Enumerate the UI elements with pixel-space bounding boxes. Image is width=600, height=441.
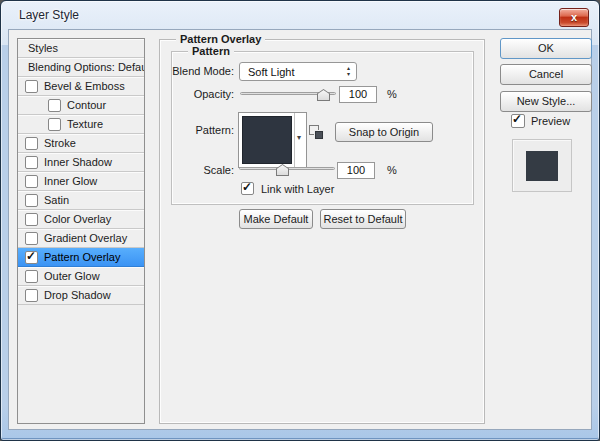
ok-button[interactable]: OK xyxy=(500,38,592,59)
snap-to-origin-button[interactable]: Snap to Origin xyxy=(335,122,433,142)
checkmark-icon: ✓ xyxy=(512,112,522,126)
scale-input[interactable]: 100 xyxy=(337,162,375,179)
sidebar-item-label: Color Overlay xyxy=(44,213,111,225)
sidebar-item-label: Pattern Overlay xyxy=(44,251,120,263)
layer-style-dialog: Layer Style x StylesBlending Options: De… xyxy=(0,0,600,441)
opacity-unit: % xyxy=(387,88,397,100)
preview-label: Preview xyxy=(531,115,570,127)
chevron-down-icon: ▾ xyxy=(297,133,301,142)
texture-checkbox[interactable] xyxy=(48,118,61,131)
checkmark-icon: ✓ xyxy=(26,249,36,263)
blend-mode-select[interactable]: Soft Light ▴▾ xyxy=(239,62,357,81)
sidebar-item-pattern-overlay[interactable]: ✓Pattern Overlay xyxy=(18,248,144,267)
pattern-dropdown[interactable]: ▾ xyxy=(294,113,306,167)
new-preset-icon[interactable] xyxy=(309,125,323,139)
checkmark-icon: ✓ xyxy=(242,180,252,194)
sidebar-item-satin[interactable]: Satin xyxy=(18,191,144,210)
pattern-label: Pattern: xyxy=(104,124,234,136)
spinner-icon: ▴▾ xyxy=(347,65,350,77)
opacity-input[interactable]: 100 xyxy=(339,86,377,103)
sidebar-item-gradient-overlay[interactable]: Gradient Overlay xyxy=(18,229,144,248)
sidebar-item-label: Satin xyxy=(44,194,69,206)
sidebar-item-styles[interactable]: Styles xyxy=(18,39,144,58)
gradient-overlay-checkbox[interactable] xyxy=(25,232,38,245)
window-title: Layer Style xyxy=(19,8,79,22)
pattern-swatch xyxy=(242,116,292,164)
sidebar-item-color-overlay[interactable]: Color Overlay xyxy=(18,210,144,229)
sidebar-item-label: Gradient Overlay xyxy=(44,232,127,244)
sidebar-item-label: Texture xyxy=(67,118,103,130)
close-icon[interactable]: x xyxy=(559,8,589,27)
preview-checkbox[interactable]: ✓ xyxy=(511,114,525,128)
sidebar-item-label: Contour xyxy=(67,99,106,111)
sidebar-item-label: Inner Shadow xyxy=(44,156,112,168)
sidebar-item-drop-shadow[interactable]: Drop Shadow xyxy=(18,286,144,305)
bevel-emboss-checkbox[interactable] xyxy=(25,80,38,93)
link-with-layer-checkbox[interactable]: ✓ xyxy=(241,182,254,195)
satin-checkbox[interactable] xyxy=(25,194,38,207)
drop-shadow-checkbox[interactable] xyxy=(25,289,38,302)
stroke-checkbox[interactable] xyxy=(25,137,38,150)
sidebar-item-label: Stroke xyxy=(44,137,76,149)
inner-glow-checkbox[interactable] xyxy=(25,175,38,188)
opacity-slider-thumb[interactable] xyxy=(317,89,330,101)
new-style-button[interactable]: New Style... xyxy=(500,91,592,112)
pattern-overlay-checkbox[interactable]: ✓ xyxy=(25,251,38,264)
scale-label: Scale: xyxy=(104,164,234,176)
inner-shadow-checkbox[interactable] xyxy=(25,156,38,169)
outer-glow-checkbox[interactable] xyxy=(25,270,38,283)
sidebar-item-label: Outer Glow xyxy=(44,270,100,282)
dialog-body: StylesBlending Options: DefaultBevel & E… xyxy=(8,29,592,430)
inner-group-title: Pattern xyxy=(188,45,234,58)
preview-swatch xyxy=(526,151,558,181)
pattern-picker[interactable]: ▾ xyxy=(238,112,307,168)
sidebar-item-label: Inner Glow xyxy=(44,175,97,187)
sidebar-item-label: Styles xyxy=(28,42,58,54)
cancel-button[interactable]: Cancel xyxy=(500,64,592,85)
preview-thumbnail xyxy=(512,139,572,192)
make-default-button[interactable]: Make Default xyxy=(239,209,313,229)
link-with-layer-label: Link with Layer xyxy=(261,183,334,195)
sidebar-item-outer-glow[interactable]: Outer Glow xyxy=(18,267,144,286)
opacity-label: Opacity: xyxy=(104,88,234,100)
titlebar[interactable]: Layer Style x xyxy=(1,1,599,29)
blend-mode-label: Blend Mode: xyxy=(104,65,234,77)
sidebar-item-label: Drop Shadow xyxy=(44,289,111,301)
contour-checkbox[interactable] xyxy=(48,99,61,112)
color-overlay-checkbox[interactable] xyxy=(25,213,38,226)
reset-to-default-button[interactable]: Reset to Default xyxy=(320,209,406,229)
scale-unit: % xyxy=(387,164,397,176)
blend-mode-value: Soft Light xyxy=(248,66,294,78)
scale-slider-thumb[interactable] xyxy=(276,164,289,176)
sidebar-item-stroke[interactable]: Stroke xyxy=(18,134,144,153)
